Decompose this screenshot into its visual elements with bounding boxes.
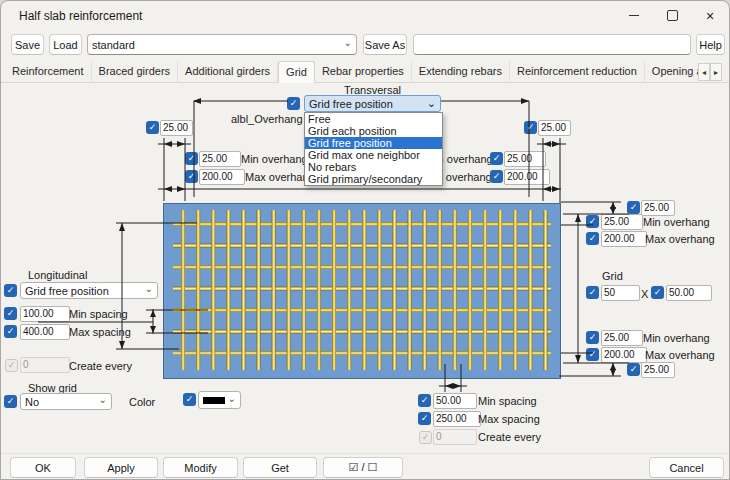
- trans-create-every-field[interactable]: 0: [433, 429, 477, 445]
- rp-min-overhang-label: Min overhang: [643, 216, 710, 228]
- right-max-overhang-checkbox[interactable]: [490, 170, 503, 183]
- right-max-overhang-field[interactable]: 200.00: [504, 169, 550, 185]
- left-edge-field[interactable]: 25.00: [160, 120, 193, 136]
- load-button-label: Load: [53, 39, 77, 51]
- left-edge-checkbox[interactable]: [146, 121, 159, 134]
- long-create-every-field[interactable]: 0: [20, 357, 70, 373]
- chevron-down-icon: ⌄: [427, 97, 436, 110]
- rp-min-overhang-field[interactable]: 25.00: [601, 214, 643, 230]
- long-max-spacing-checkbox[interactable]: [4, 325, 17, 338]
- long-max-spacing-field[interactable]: 400.00: [20, 324, 70, 340]
- grid-times-label: X: [641, 288, 648, 300]
- left-min-overhang-checkbox[interactable]: [185, 152, 198, 165]
- right-min-overhang-field[interactable]: 25.00: [504, 151, 546, 167]
- trans-max-spacing-field[interactable]: 250.00: [433, 411, 481, 427]
- color-select[interactable]: ⌄: [198, 391, 241, 409]
- longitudinal-mode-checkbox[interactable]: [4, 284, 17, 297]
- help-button[interactable]: Help: [696, 34, 725, 55]
- rp-bottom-edge-field[interactable]: 25.00: [641, 362, 675, 378]
- transversal-options-list: FreeGrid each positionGrid free position…: [304, 112, 443, 186]
- trans-min-spacing-label: Min spacing: [478, 395, 537, 407]
- long-min-spacing-field[interactable]: 100.00: [20, 306, 70, 322]
- trans-max-spacing-checkbox[interactable]: [418, 412, 431, 425]
- left-min-overhang-field[interactable]: 25.00: [199, 151, 241, 167]
- tab-grid[interactable]: Grid: [278, 61, 315, 83]
- overhang-key-label: albl_Overhang: [231, 113, 302, 125]
- transversal-mode-checkbox[interactable]: [287, 97, 300, 110]
- long-create-every-checkbox[interactable]: [5, 359, 18, 372]
- footer-divider: [1, 453, 729, 454]
- tab-opening-and-embeds[interactable]: Opening and embeds: [645, 61, 705, 83]
- show-grid-checkbox[interactable]: [4, 395, 17, 408]
- rp-min-overhang2-field[interactable]: 25.00: [601, 330, 643, 346]
- get-button[interactable]: Get: [243, 457, 317, 478]
- apply-button[interactable]: Apply: [84, 457, 158, 478]
- rp-max-overhang-checkbox[interactable]: [586, 232, 599, 245]
- trans-min-spacing-field[interactable]: 50.00: [433, 393, 477, 409]
- minimize-button[interactable]: [615, 1, 653, 30]
- chevron-down-icon: ⌄: [145, 283, 153, 294]
- dropdown-option[interactable]: Grid max one neighbor: [305, 149, 442, 161]
- right-edge-checkbox[interactable]: [524, 121, 537, 134]
- grid-y-checkbox[interactable]: [651, 286, 664, 299]
- tab-scroll-left-button[interactable]: ◂: [698, 63, 710, 81]
- color-checkbox[interactable]: [183, 393, 196, 406]
- apply-button-label: Apply: [107, 462, 135, 474]
- left-max-overhang-checkbox[interactable]: [185, 170, 198, 183]
- trans-max-spacing-label: Max spacing: [478, 413, 540, 425]
- dropdown-option[interactable]: Grid primary/secondary: [305, 173, 442, 185]
- longitudinal-mode-select[interactable]: Grid free position ⌄: [20, 282, 158, 299]
- dropdown-option[interactable]: Free: [305, 113, 442, 125]
- trans-create-every-label: Create every: [478, 431, 541, 443]
- ok-button[interactable]: OK: [10, 457, 76, 478]
- close-button[interactable]: ×: [691, 1, 729, 30]
- rp-top-edge-checkbox[interactable]: [627, 201, 640, 214]
- trans-min-spacing-checkbox[interactable]: [418, 394, 431, 407]
- grid-x-field[interactable]: 50: [601, 285, 640, 301]
- tab-additional-girders[interactable]: Additional girders: [178, 61, 278, 83]
- chevron-down-icon: ⌄: [228, 393, 236, 404]
- cancel-button[interactable]: Cancel: [649, 457, 724, 478]
- rp-top-edge-field[interactable]: 25.00: [641, 200, 675, 216]
- preset-select[interactable]: standard ⌄: [87, 34, 357, 55]
- chevron-down-icon: ⌄: [344, 37, 352, 48]
- tab-reinforcement[interactable]: Reinforcement: [5, 61, 92, 83]
- right-edge-field[interactable]: 25.00: [538, 120, 571, 136]
- grid-x-checkbox[interactable]: [586, 286, 599, 299]
- rp-bottom-edge-checkbox[interactable]: [627, 363, 640, 376]
- rp-min-overhang2-checkbox[interactable]: [586, 331, 599, 344]
- save-as-button[interactable]: Save As: [363, 34, 407, 55]
- dropdown-option[interactable]: Grid each position: [305, 125, 442, 137]
- grid-y-field[interactable]: 50.00: [666, 285, 712, 301]
- long-min-spacing-checkbox[interactable]: [4, 307, 17, 320]
- modify-button[interactable]: Modify: [163, 457, 238, 478]
- rp-min-overhang-checkbox[interactable]: [586, 215, 599, 228]
- save-button-label: Save: [15, 39, 40, 51]
- ok-button-label: OK: [35, 462, 51, 474]
- tab-reinforcement-reduction[interactable]: Reinforcement reduction: [510, 61, 645, 83]
- dropdown-option[interactable]: Grid free position: [305, 137, 442, 149]
- rp-max-overhang2-checkbox[interactable]: [586, 348, 599, 361]
- save-button[interactable]: Save: [11, 34, 44, 55]
- maximize-button[interactable]: [653, 1, 691, 30]
- load-button[interactable]: Load: [49, 34, 82, 55]
- tab-scroll-right-button[interactable]: ▸: [710, 63, 722, 81]
- color-swatch: [203, 397, 225, 404]
- tab-extending-rebars[interactable]: Extending rebars: [412, 61, 510, 83]
- tab-rebar-properties[interactable]: Rebar properties: [315, 61, 412, 83]
- dropdown-option[interactable]: No rebars: [305, 161, 442, 173]
- preset-name-input[interactable]: [413, 34, 691, 55]
- chevron-down-icon: ⌄: [99, 394, 107, 405]
- trans-create-every-checkbox[interactable]: [419, 431, 432, 444]
- tab-braced-girders[interactable]: Braced girders: [92, 61, 179, 83]
- left-max-overhang-field[interactable]: 200.00: [199, 169, 245, 185]
- transversal-mode-select[interactable]: Grid free position ⌄: [304, 95, 441, 112]
- close-icon: ×: [706, 8, 714, 24]
- rp-max-overhang2-field[interactable]: 200.00: [601, 347, 647, 363]
- rp-max-overhang-field[interactable]: 200.00: [601, 231, 647, 247]
- dialog-window: Half slab reinforcement × Save Load stan…: [0, 0, 730, 480]
- right-min-overhang-checkbox[interactable]: [490, 152, 503, 165]
- show-grid-select[interactable]: No ⌄: [20, 393, 112, 410]
- toggle-all-checkboxes-button[interactable]: ☑ / ☐: [323, 457, 403, 478]
- long-min-spacing-label: Min spacing: [69, 308, 128, 320]
